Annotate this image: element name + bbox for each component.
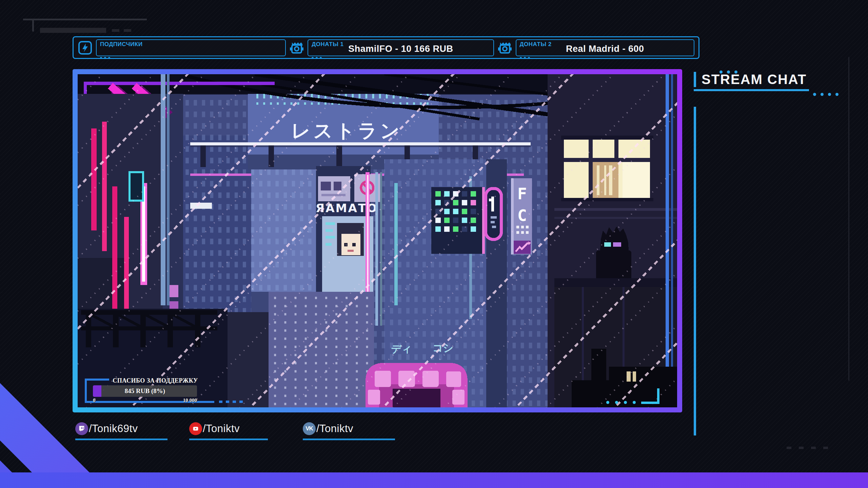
stream-chat-title: STREAM CHAT xyxy=(702,72,807,87)
donations-2-value: Real Madrid - 600 xyxy=(566,41,644,54)
fc-sign-letter-c: C xyxy=(517,206,527,225)
decor-line xyxy=(32,19,34,32)
youtube-icon xyxy=(189,422,202,435)
decor-dots xyxy=(813,93,816,96)
donations-1-widget: ДОНАТЫ 1 ShamilFO - 10 166 RUB xyxy=(308,39,494,56)
decor-line xyxy=(848,57,849,381)
decor-dash xyxy=(799,447,804,449)
decor-dots xyxy=(719,70,723,74)
pixel-city-scene: レストラン xyxy=(78,74,677,407)
decor-line xyxy=(40,28,106,33)
social-link-youtube[interactable]: /Toniktv xyxy=(189,422,268,440)
decor-dots xyxy=(100,57,102,59)
social-link-vk[interactable]: VK /Toniktv xyxy=(303,422,395,440)
stream-chat-left-border xyxy=(694,107,696,435)
donation-goal-widget: СПАСИБО ЗА ПОДДЕРЖКУ 845 RUB (8%) 0 10 0… xyxy=(85,379,214,403)
goal-scale-max: 10 000 xyxy=(183,398,197,403)
restaurant-sign-text: レストラン xyxy=(291,120,402,142)
kana-sign-2: コシ xyxy=(433,342,454,354)
top-widgets-bar: ПОДПИСЧИКИ ДОНАТЫ 1 ShamilFO - 10 166 RU… xyxy=(73,36,699,59)
donation-goal-bar: 845 RUB (8%) xyxy=(93,385,197,397)
donation-box-icon xyxy=(497,40,512,55)
bottom-accent-bar xyxy=(0,472,868,488)
video-area: レストラン xyxy=(78,74,677,407)
donations-1-label: ДОНАТЫ 1 xyxy=(312,41,343,48)
donations-1-value: ShamilFO - 10 166 RUB xyxy=(348,41,453,54)
frame-corner-accent xyxy=(641,388,659,404)
donations-2-widget: ДОНАТЫ 2 Real Madrid - 600 xyxy=(516,39,694,56)
subscribers-label: ПОДПИСЧИКИ xyxy=(100,41,142,48)
stream-chat-header: STREAM CHAT xyxy=(694,72,843,91)
stream-overlay-screen: ПОДПИСЧИКИ ДОНАТЫ 1 ShamilFO - 10 166 RU… xyxy=(0,0,868,488)
decor-dash xyxy=(112,29,119,32)
kana-sign-1: ディ xyxy=(391,343,412,355)
fc-sign-letter-f: F xyxy=(517,185,527,203)
social-handle: /Tonik69tv xyxy=(89,423,138,435)
twitch-icon xyxy=(75,422,88,435)
decor-dash xyxy=(124,29,131,32)
stream-chat-underline xyxy=(694,89,809,91)
bolt-icon xyxy=(78,40,93,55)
decor-dash xyxy=(787,447,791,449)
goal-scale-min: 0 xyxy=(93,398,96,403)
donation-goal-scale: 0 10 000 xyxy=(93,398,197,403)
decor-dash xyxy=(823,447,828,449)
vk-icon: VK xyxy=(303,422,316,435)
decor-dash xyxy=(811,447,816,449)
social-handle: /Toniktv xyxy=(316,423,353,435)
donation-goal-title: СПАСИБО ЗА ПОДДЕРЖКУ xyxy=(104,377,206,384)
donation-goal-amount: 845 RUB (8%) xyxy=(93,385,197,397)
decor-line xyxy=(23,19,147,20)
donation-box-icon xyxy=(289,40,304,55)
social-handle: /Toniktv xyxy=(203,423,240,435)
social-underline xyxy=(303,439,395,440)
social-underline xyxy=(189,439,268,440)
social-underline xyxy=(75,439,167,440)
video-frame: レストラン xyxy=(73,69,682,412)
decor-dots xyxy=(520,57,522,59)
donations-2-label: ДОНАТЫ 2 xyxy=(520,41,552,48)
social-link-twitch[interactable]: /Tonik69tv xyxy=(75,422,167,440)
decor-dots xyxy=(633,401,636,404)
decor-dots xyxy=(219,401,222,403)
subscribers-widget: ПОДПИСЧИКИ xyxy=(96,39,286,56)
decor-dots xyxy=(312,57,314,59)
